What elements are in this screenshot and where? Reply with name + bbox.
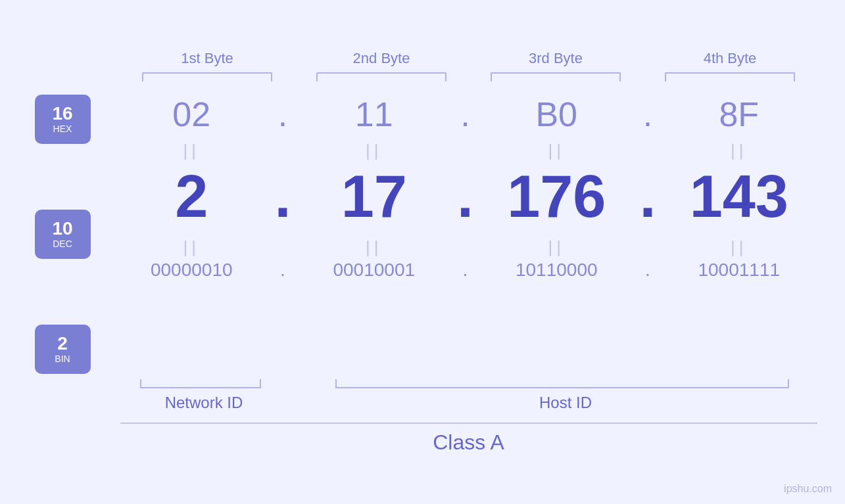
bin-val-2: 00010001 xyxy=(296,260,452,281)
bottom-brackets xyxy=(120,379,817,388)
class-line xyxy=(120,423,817,424)
dec-val-2: 17 xyxy=(296,163,452,231)
bin-badge: 2 BIN xyxy=(35,325,91,374)
dec-dot-3: . xyxy=(635,163,661,231)
watermark: ipshu.com xyxy=(784,483,832,495)
byte-headers-row: 1st Byte 2nd Byte 3rd Byte 4th Byte xyxy=(120,50,817,67)
host-id-label: Host ID xyxy=(539,394,592,411)
top-bracket-4 xyxy=(643,72,817,81)
host-bracket-wrap xyxy=(308,379,817,388)
byte-header-1: 1st Byte xyxy=(120,50,295,67)
sep-2-2: || xyxy=(296,237,452,258)
bin-row: 00000010 . 00010001 . 10110000 . 1000111… xyxy=(114,260,817,281)
sep-row-2: || || || || xyxy=(114,236,817,260)
dec-row: 2 . 17 . 176 . 143 xyxy=(114,163,817,231)
ip-diagram: 1st Byte 2nd Byte 3rd Byte 4th Byte 16 H… xyxy=(28,37,817,468)
dec-val-3: 176 xyxy=(479,163,635,231)
dec-base-num: 10 xyxy=(52,219,72,239)
hex-badge: 16 HEX xyxy=(35,95,91,144)
hex-val-1: 02 xyxy=(114,95,270,134)
dec-val-1: 2 xyxy=(114,163,270,231)
network-bracket xyxy=(140,379,261,388)
bin-val-3: 10110000 xyxy=(479,260,635,281)
sep-2-3: || xyxy=(479,237,635,258)
bracket-labels: Network ID Host ID xyxy=(120,394,817,412)
host-id-label-cell: Host ID xyxy=(314,394,817,412)
sep-1-1: || xyxy=(114,141,270,161)
hex-base-name: HEX xyxy=(53,124,72,134)
sep-1-4: || xyxy=(661,141,817,161)
dec-dot-1: . xyxy=(270,163,296,231)
byte-header-2: 2nd Byte xyxy=(295,50,469,67)
bin-val-4: 10001111 xyxy=(661,260,817,281)
hex-row: 02 . 11 . B0 . 8F xyxy=(114,95,817,134)
dec-base-name: DEC xyxy=(53,239,72,249)
bin-base-name: BIN xyxy=(55,354,70,364)
hex-base-num: 16 xyxy=(52,104,72,124)
sep-row-1: || || || || xyxy=(114,139,817,163)
hex-dot-2: . xyxy=(452,95,479,134)
dec-dot-2: . xyxy=(452,163,479,231)
hex-dot-1: . xyxy=(270,95,296,134)
byte-header-3: 3rd Byte xyxy=(469,50,643,67)
main-content: 16 HEX 10 DEC 2 BIN 02 . 11 . B0 xyxy=(28,95,817,374)
base-labels: 16 HEX 10 DEC 2 BIN xyxy=(28,95,114,374)
bin-dot-1: . xyxy=(270,260,296,281)
top-bracket-1 xyxy=(120,72,295,81)
host-bracket xyxy=(335,379,790,388)
dec-badge: 10 DEC xyxy=(35,210,91,259)
sep-1-3: || xyxy=(479,141,635,161)
network-bracket-wrap xyxy=(120,379,281,388)
top-bracket-2 xyxy=(295,72,469,81)
bin-dot-2: . xyxy=(452,260,479,281)
sep-2-1: || xyxy=(114,237,270,258)
bottom-section: Network ID Host ID xyxy=(120,379,817,412)
class-a-label: Class A xyxy=(120,430,817,455)
byte-header-4: 4th Byte xyxy=(643,50,817,67)
top-brackets xyxy=(120,72,817,81)
hex-val-3: B0 xyxy=(479,95,635,134)
hex-dot-3: . xyxy=(635,95,661,134)
hex-val-4: 8F xyxy=(661,95,817,134)
network-id-label: Network ID xyxy=(165,394,243,411)
sep-2-4: || xyxy=(661,237,817,258)
top-bracket-3 xyxy=(469,72,643,81)
values-area: 02 . 11 . B0 . 8F || || || || 2 . xyxy=(114,95,817,374)
class-section: Class A xyxy=(120,423,817,455)
hex-val-2: 11 xyxy=(296,95,452,134)
bin-dot-3: . xyxy=(635,260,661,281)
dec-val-4: 143 xyxy=(661,163,817,231)
sep-1-2: || xyxy=(296,141,452,161)
network-id-label-cell: Network ID xyxy=(120,394,288,412)
bin-base-num: 2 xyxy=(57,334,68,354)
bin-val-1: 00000010 xyxy=(114,260,270,281)
